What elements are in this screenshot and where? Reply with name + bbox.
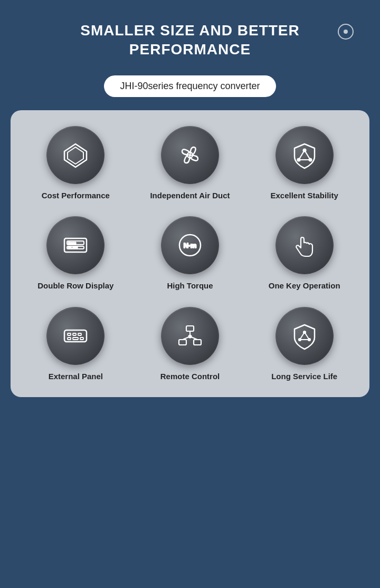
svg-rect-16 <box>73 333 76 335</box>
grid-item-cost-performance: Cost Performance <box>21 126 130 201</box>
subtitle-badge: JHI-90series frequency converter <box>104 75 276 97</box>
svg-point-29 <box>303 331 306 333</box>
double-row-display-icon-circle: 50000 00.000 <box>46 216 104 274</box>
grid-item-long-service-life: Long Service Life <box>250 307 359 382</box>
svg-point-27 <box>188 335 191 338</box>
svg-marker-1 <box>68 147 83 164</box>
excellent-stability-label: Excellent Stability <box>270 190 338 201</box>
svg-point-30 <box>308 339 310 341</box>
grid-item-one-key-operation: One Key Operation <box>250 216 359 291</box>
keyboard-icon <box>60 321 91 351</box>
grid-item-independent-air-duct: Independent Air Duct <box>136 126 245 201</box>
independent-air-duct-label: Independent Air Duct <box>150 190 230 201</box>
long-service-life-icon-circle <box>276 307 334 365</box>
double-row-display-label: Double Row Display <box>37 281 113 291</box>
one-key-operation-icon-circle <box>276 216 334 274</box>
grid-item-remote-control: Remote Control <box>136 307 245 382</box>
svg-text:N·m: N·m <box>184 242 197 249</box>
svg-rect-22 <box>179 340 186 345</box>
grid-item-high-torque: N·m High Torque <box>136 216 245 291</box>
features-grid: Cost Performance Independent Air Duct <box>21 126 359 382</box>
grid-item-double-row-display: 50000 00.000 Double Row Display <box>21 216 130 291</box>
nm-icon: N·m <box>175 230 205 261</box>
fan-icon <box>175 140 205 170</box>
svg-point-31 <box>299 339 301 341</box>
page-title: SMALLER SIZE AND BETTER PERFORMANCE <box>11 21 369 60</box>
high-torque-icon-circle: N·m <box>161 216 219 274</box>
svg-rect-20 <box>80 338 83 340</box>
svg-rect-15 <box>68 333 71 335</box>
cost-performance-icon-circle <box>46 126 104 184</box>
one-key-operation-label: One Key Operation <box>269 281 340 291</box>
diamond-icon <box>60 140 91 170</box>
svg-text:50000: 50000 <box>68 242 76 245</box>
external-panel-icon-circle <box>46 307 104 365</box>
svg-point-4 <box>303 149 306 151</box>
remote-control-label: Remote Control <box>160 371 220 382</box>
grid-item-external-panel: External Panel <box>21 307 130 382</box>
svg-rect-21 <box>186 326 194 331</box>
svg-rect-19 <box>73 338 78 340</box>
independent-air-duct-icon-circle <box>161 126 219 184</box>
remote-control-icon-circle <box>161 307 219 365</box>
touch-icon <box>289 230 320 261</box>
shield-check-icon <box>289 321 320 351</box>
high-torque-label: High Torque <box>167 281 213 291</box>
svg-point-6 <box>297 158 300 161</box>
svg-rect-18 <box>68 338 71 340</box>
header-icon <box>338 24 354 40</box>
external-panel-label: External Panel <box>49 371 103 382</box>
svg-rect-23 <box>194 340 201 345</box>
cost-performance-label: Cost Performance <box>42 190 110 201</box>
grid-item-excellent-stability: Excellent Stability <box>250 126 359 201</box>
svg-text:00.000: 00.000 <box>68 246 78 249</box>
network-icon <box>175 321 205 351</box>
page-header: SMALLER SIZE AND BETTER PERFORMANCE <box>11 21 369 60</box>
display-icon: 50000 00.000 <box>60 230 91 261</box>
shield-triangle-icon <box>289 140 320 170</box>
excellent-stability-icon-circle <box>276 126 334 184</box>
features-grid-container: Cost Performance Independent Air Duct <box>11 110 369 398</box>
svg-point-5 <box>309 158 311 161</box>
long-service-life-label: Long Service Life <box>271 371 337 382</box>
svg-rect-17 <box>78 333 81 335</box>
